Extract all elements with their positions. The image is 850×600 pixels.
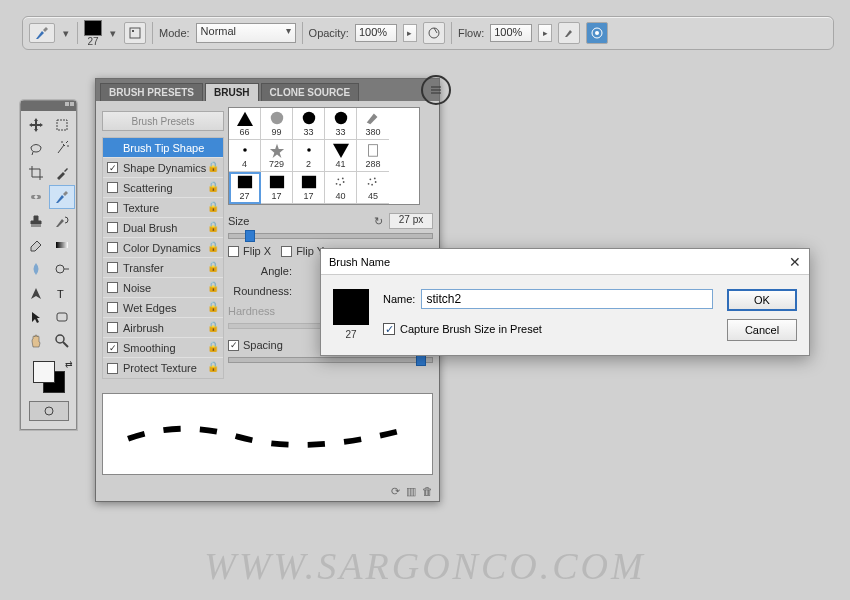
blur-tool-icon[interactable] xyxy=(23,257,49,281)
brush-thumb-729[interactable]: 729 xyxy=(261,140,293,172)
quick-mask-toggle[interactable] xyxy=(29,401,69,421)
svg-point-25 xyxy=(342,181,344,183)
brush-option-noise[interactable]: Noise🔒 xyxy=(103,278,223,298)
brush-thumb-2[interactable]: 2 xyxy=(293,140,325,172)
brush-option-wet-edges[interactable]: Wet Edges🔒 xyxy=(103,298,223,318)
flow-input[interactable]: 100% xyxy=(490,24,532,42)
reset-size-icon[interactable]: ↻ xyxy=(374,215,383,228)
shape-tool-icon[interactable] xyxy=(49,305,75,329)
brush-thumb-66[interactable]: 66 xyxy=(229,108,261,140)
brush-thumb-45[interactable]: 45 xyxy=(357,172,389,204)
svg-point-2 xyxy=(429,28,439,38)
brush-thumb-17[interactable]: 17 xyxy=(293,172,325,204)
marquee-tool-icon[interactable] xyxy=(49,113,75,137)
history-brush-tool-icon[interactable] xyxy=(49,209,75,233)
opacity-label: Opacity: xyxy=(309,27,349,39)
brush-presets-button[interactable]: Brush Presets xyxy=(102,111,224,131)
svg-rect-23 xyxy=(301,176,315,188)
delete-brush-icon[interactable]: 🗑 xyxy=(422,485,433,497)
brush-thumb-40[interactable]: 40 xyxy=(325,172,357,204)
lock-toggle-icon[interactable]: ⟳ xyxy=(391,485,400,498)
brush-thumb-17[interactable]: 17 xyxy=(261,172,293,204)
svg-rect-5 xyxy=(57,120,67,130)
ok-button[interactable]: OK xyxy=(727,289,797,311)
cancel-button[interactable]: Cancel xyxy=(727,319,797,341)
brush-option-color-dynamics[interactable]: Color Dynamics🔒 xyxy=(103,238,223,258)
brush-option-shape-dynamics[interactable]: ✓Shape Dynamics🔒 xyxy=(103,158,223,178)
name-input[interactable] xyxy=(421,289,713,309)
brush-thumb-288[interactable]: 288 xyxy=(357,140,389,172)
type-tool-icon[interactable]: T xyxy=(49,281,75,305)
swap-colors-icon[interactable]: ⇄ xyxy=(65,359,73,369)
brush-thumb-41[interactable]: 41 xyxy=(325,140,357,172)
tab-brush-presets[interactable]: BRUSH PRESETS xyxy=(100,83,203,101)
svg-point-16 xyxy=(334,112,346,124)
crop-tool-icon[interactable] xyxy=(23,161,49,185)
foreground-color-swatch[interactable] xyxy=(33,361,55,383)
mode-label: Mode: xyxy=(159,27,190,39)
brush-option-dual-brush[interactable]: Dual Brush🔒 xyxy=(103,218,223,238)
svg-point-15 xyxy=(302,112,314,124)
spacing-checkbox[interactable]: ✓Spacing xyxy=(228,339,283,351)
panel-menu-icon[interactable] xyxy=(421,75,451,105)
brush-thumb-33[interactable]: 33 xyxy=(325,108,357,140)
path-selection-tool-icon[interactable] xyxy=(23,305,49,329)
brush-thumb-4[interactable]: 4 xyxy=(229,140,261,172)
zoom-tool-icon[interactable] xyxy=(49,329,75,353)
brush-thumb-27[interactable]: 27 xyxy=(229,172,261,204)
flow-slider-toggle[interactable] xyxy=(538,24,552,42)
svg-rect-20 xyxy=(369,145,378,157)
brush-thumb-99[interactable]: 99 xyxy=(261,108,293,140)
capture-size-checkbox[interactable]: ✓ Capture Brush Size in Preset xyxy=(383,323,713,335)
brush-panel-toggle-icon[interactable] xyxy=(124,22,146,44)
lasso-tool-icon[interactable] xyxy=(23,137,49,161)
brush-option-transfer[interactable]: Transfer🔒 xyxy=(103,258,223,278)
pen-tool-icon[interactable] xyxy=(23,281,49,305)
brush-tool-icon[interactable] xyxy=(29,23,55,43)
eraser-tool-icon[interactable] xyxy=(23,233,49,257)
brush-option-texture[interactable]: Texture🔒 xyxy=(103,198,223,218)
svg-point-24 xyxy=(337,178,339,180)
brush-thumb-33[interactable]: 33 xyxy=(293,108,325,140)
opacity-slider-toggle[interactable] xyxy=(403,24,417,42)
magic-wand-tool-icon[interactable] xyxy=(49,137,75,161)
tab-brush[interactable]: BRUSH xyxy=(205,83,259,101)
hand-tool-icon[interactable] xyxy=(23,329,49,353)
svg-point-4 xyxy=(595,31,599,35)
mode-dropdown[interactable]: Normal xyxy=(196,23,296,43)
stamp-tool-icon[interactable] xyxy=(23,209,49,233)
healing-brush-tool-icon[interactable] xyxy=(23,185,49,209)
brush-option-airbrush[interactable]: Airbrush🔒 xyxy=(103,318,223,338)
svg-rect-22 xyxy=(269,176,283,188)
gradient-tool-icon[interactable] xyxy=(49,233,75,257)
airbrush-icon[interactable] xyxy=(558,22,580,44)
svg-rect-1 xyxy=(132,30,134,32)
brush-options-list: Brush Tip Shape✓Shape Dynamics🔒Scatterin… xyxy=(102,137,224,379)
brush-thumb-380[interactable]: 380 xyxy=(357,108,389,140)
brush-name-dialog: Brush Name ✕ 27 Name: ✓ Capture Brush Si… xyxy=(320,248,810,356)
svg-point-33 xyxy=(374,178,376,180)
size-slider[interactable] xyxy=(228,233,433,239)
spacing-slider[interactable] xyxy=(228,357,433,363)
eyedropper-tool-icon[interactable] xyxy=(49,161,75,185)
color-swatches[interactable]: ⇄ xyxy=(29,361,69,395)
brush-option-protect-texture[interactable]: Protect Texture🔒 xyxy=(103,358,223,378)
svg-point-11 xyxy=(56,335,64,343)
tablet-size-icon[interactable] xyxy=(586,22,608,44)
brush-tool-icon[interactable] xyxy=(49,185,75,209)
brush-option-scattering[interactable]: Scattering🔒 xyxy=(103,178,223,198)
flip-y-checkbox[interactable]: Flip Y xyxy=(281,245,324,257)
tab-clone-source[interactable]: CLONE SOURCE xyxy=(261,83,360,101)
close-icon[interactable]: ✕ xyxy=(789,254,801,270)
move-tool-icon[interactable] xyxy=(23,113,49,137)
new-brush-icon[interactable]: ▥ xyxy=(406,485,416,498)
brush-preset-picker[interactable]: 27 xyxy=(84,20,102,47)
flip-x-checkbox[interactable]: Flip X xyxy=(228,245,271,257)
size-value[interactable]: 27 px xyxy=(389,213,433,229)
dodge-tool-icon[interactable] xyxy=(49,257,75,281)
opacity-input[interactable]: 100% xyxy=(355,24,397,42)
tablet-opacity-icon[interactable] xyxy=(423,22,445,44)
brush-option-brush-tip-shape[interactable]: Brush Tip Shape xyxy=(103,138,223,158)
svg-marker-13 xyxy=(237,112,253,126)
brush-option-smoothing[interactable]: ✓Smoothing🔒 xyxy=(103,338,223,358)
